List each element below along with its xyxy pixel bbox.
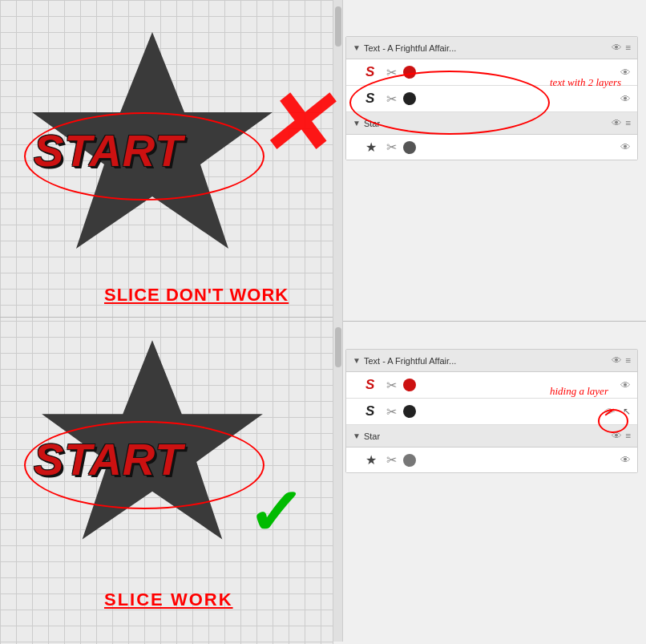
text-group-header-top[interactable]: ▼ Text - A Frightful Affair... 👁 ≡	[346, 37, 637, 59]
triangle-icon-star-bottom: ▼	[353, 431, 361, 440]
menu-icon-star-group-bottom[interactable]: ≡	[625, 431, 631, 441]
panel-area: ▼ Text - A Frightful Affair... 👁 ≡ S ✂ 👁…	[333, 0, 646, 644]
eye-icon-star-group-bottom[interactable]: 👁	[612, 430, 622, 442]
scissors-icon-1: ✂	[386, 65, 397, 80]
slice-work-label: SLICE WORK	[104, 589, 233, 610]
star-group-title-top: Star	[364, 119, 608, 128]
oval-outline-top	[24, 112, 264, 200]
eye-icon-top-group[interactable]: 👁	[612, 42, 622, 54]
s-icon-red: S	[365, 64, 380, 80]
star-group-title-bottom: Star	[364, 431, 608, 441]
s-icon-red-bottom: S	[365, 377, 380, 393]
divider	[0, 317, 333, 318]
color-dot-star-bottom	[403, 454, 416, 467]
eye-icon-row2-top[interactable]: 👁	[620, 93, 631, 105]
color-dot-black-bottom	[403, 405, 416, 418]
triangle-icon-bottom: ▼	[353, 356, 361, 365]
color-dot-red	[403, 66, 416, 79]
s-icon-black: S	[365, 91, 380, 107]
eye-icon-star-top[interactable]: 👁	[620, 141, 631, 153]
eye-icon-star-bottom[interactable]: 👁	[620, 454, 631, 466]
panel-divider	[333, 321, 646, 322]
star-group-header-bottom[interactable]: ▼ Star 👁 ≡	[346, 425, 637, 448]
annotation-hiding-layer: hiding a layer	[550, 385, 608, 398]
s-icon-black-bottom: S	[365, 403, 380, 419]
check-mark: ✓	[246, 481, 305, 545]
triangle-icon-top: ▼	[353, 43, 361, 52]
star-icon-bottom: ★	[365, 452, 380, 468]
scissors-icon-2: ✂	[386, 91, 397, 107]
bottom-layers-panel: ▼ Text - A Frightful Affair... 👁 ≡ S ✂ 👁…	[345, 349, 638, 473]
eye-icon-row1-top[interactable]: 👁	[620, 67, 631, 79]
panel-scrollbar-top[interactable]	[333, 0, 343, 321]
text-group-header-bottom[interactable]: ▼ Text - A Frightful Affair... 👁 ≡	[346, 350, 637, 372]
layer-row-text-black-top[interactable]: S ✂ 👁	[346, 86, 637, 112]
triangle-icon-star-top: ▼	[353, 119, 361, 128]
color-dot-black	[403, 92, 416, 105]
scissors-icon-b1: ✂	[386, 378, 397, 393]
oval-outline-bottom	[24, 421, 264, 509]
eye-icon-star-group-top[interactable]: 👁	[612, 117, 622, 129]
panel-scrollbar-bottom[interactable]	[333, 321, 343, 642]
layer-row-star-top[interactable]: ★ ✂ 👁	[346, 135, 637, 160]
star-group-header-top[interactable]: ▼ Star 👁 ≡	[346, 112, 637, 135]
color-dot-star-top	[403, 141, 416, 154]
menu-icon-star-group-top[interactable]: ≡	[625, 118, 631, 128]
scissors-icon-star-top: ✂	[386, 140, 397, 155]
star-icon-top: ★	[365, 140, 380, 155]
x-mark: ✕	[256, 80, 330, 168]
canvas-area: START ✕ SLICE DON'T WORK START ✓ SLICE W…	[0, 0, 333, 644]
menu-icon-top-group[interactable]: ≡	[625, 43, 631, 53]
menu-icon-bottom-group[interactable]: ≡	[625, 355, 631, 366]
top-layers-panel: ▼ Text - A Frightful Affair... 👁 ≡ S ✂ 👁…	[345, 36, 638, 160]
layer-row-text-black-bottom[interactable]: S ✂ 👁 ↖	[346, 399, 637, 425]
scissors-icon-b2: ✂	[386, 404, 397, 419]
color-dot-red-bottom	[403, 379, 416, 391]
text-group-title-bottom: Text - A Frightful Affair...	[364, 356, 608, 366]
cursor-indicator: ↖	[623, 406, 631, 417]
eye-icon-row1-bottom[interactable]: 👁	[620, 379, 631, 391]
scissors-icon-star-bottom: ✂	[386, 452, 397, 468]
eye-icon-row2-bottom-hidden[interactable]: 👁	[604, 406, 615, 418]
text-group-title-top: Text - A Frightful Affair...	[364, 43, 608, 53]
slice-dont-work-label: SLICE DON'T WORK	[104, 285, 289, 306]
eye-icon-bottom-group[interactable]: 👁	[612, 354, 622, 367]
layer-row-star-bottom[interactable]: ★ ✂ 👁	[346, 448, 637, 472]
annotation-text-2-layers: text with 2 layers	[550, 76, 621, 89]
